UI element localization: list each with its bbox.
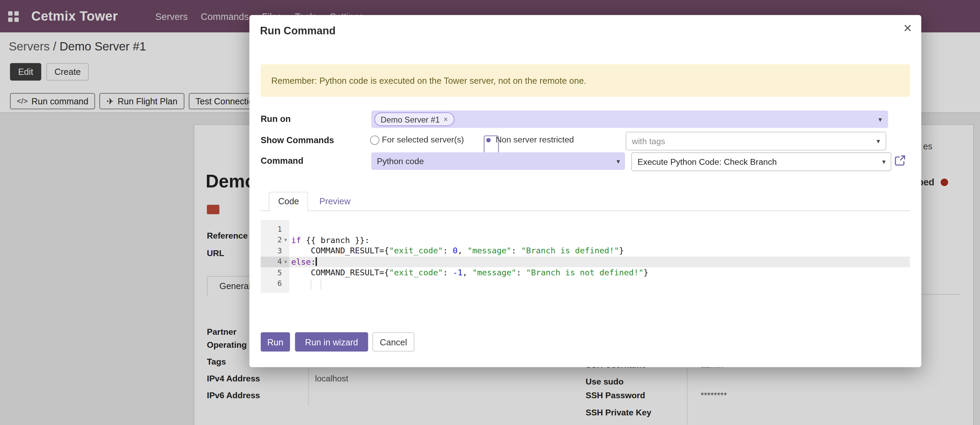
code-token: } (644, 268, 648, 277)
dropdown-caret-icon: ▾ (616, 157, 620, 165)
code-line-5[interactable]: COMMAND_RESULT={"exit_code": -1, "messag… (290, 267, 910, 278)
code-token: "exit_code" (389, 246, 443, 255)
cancel-button[interactable]: Cancel (372, 332, 414, 352)
code-token: "Branch is not defined!" (526, 268, 644, 277)
label-show-commands: Show Commands (261, 135, 334, 145)
indent-guide (311, 279, 311, 289)
command-type-value: Python code (377, 157, 424, 166)
code-token: } (619, 246, 624, 255)
dropdown-caret-icon: ▾ (877, 137, 880, 146)
code-token: : (511, 246, 521, 255)
fold-arrow-icon[interactable]: ▾ (282, 237, 290, 243)
radio-for-selected-servers[interactable] (370, 136, 379, 145)
code-token: , (458, 246, 467, 255)
tab-code[interactable]: Code (269, 192, 308, 211)
code-line-1[interactable] (290, 224, 910, 235)
label-command: Command (261, 155, 304, 165)
radio-non-server-restricted-label[interactable]: Non server restricted (495, 135, 574, 144)
command-value: Execute Python Code: Check Branch (637, 157, 776, 166)
code-token: {{ branch }}: (301, 235, 369, 244)
code-token: "message" (467, 246, 511, 255)
code-token: : (443, 246, 453, 255)
command-select[interactable]: Execute Python Code: Check Branch ▾ (631, 152, 891, 171)
external-link-icon[interactable] (894, 155, 906, 166)
with-tags-select[interactable]: with tags ▾ (626, 132, 886, 151)
fold-arrow-icon[interactable]: ▾ (282, 258, 290, 265)
run-button[interactable]: Run (261, 332, 290, 352)
text-cursor (316, 257, 317, 265)
editor-gutter: 12▾34▾56 (261, 220, 290, 293)
code-line-4[interactable]: else: (290, 257, 910, 267)
screen: Cetmix Tower ServersCommandsFilesToolsSe… (0, 0, 980, 425)
remove-tag-icon[interactable]: × (444, 115, 448, 124)
code-token: "exit_code" (389, 268, 443, 277)
gutter-line-2[interactable]: 2▾ (261, 235, 290, 246)
gutter-line-6[interactable]: 6 (261, 278, 290, 289)
dropdown-caret-icon: ▾ (878, 115, 882, 124)
code-token: "Branch is defined!" (521, 246, 619, 255)
tab-preview[interactable]: Preview (311, 192, 360, 211)
radio-for-selected-servers-label[interactable]: For selected server(s) (382, 135, 464, 144)
command-type-select[interactable]: Python code ▾ (371, 152, 625, 170)
run-on-field[interactable]: Demo Server #1 × ▾ (371, 111, 888, 128)
code-line-3[interactable]: COMMAND_RESULT={"exit_code": 0, "message… (290, 246, 910, 257)
label-run-on: Run on (261, 114, 291, 124)
code-line-2[interactable]: if {{ branch }}: (290, 235, 910, 246)
code-token: , (463, 268, 472, 277)
server-tag-pill: Demo Server #1 × (375, 112, 454, 126)
modal-tabbar: Code Preview (261, 192, 910, 211)
code-token: : (443, 268, 453, 277)
code-token: COMMAND_RESULT={ (291, 268, 389, 277)
indent-guide (321, 279, 321, 289)
code-token: -1 (453, 268, 462, 277)
code-token: COMMAND_RESULT={ (291, 246, 389, 255)
run-command-modal: Run Command × Remember: Python code is e… (250, 15, 921, 367)
editor-code[interactable]: if {{ branch }}: COMMAND_RESULT={"exit_c… (290, 220, 910, 293)
with-tags-placeholder: with tags (632, 136, 665, 146)
server-tag-label: Demo Server #1 (381, 115, 440, 124)
code-editor[interactable]: 12▾34▾56 if {{ branch }}: COMMAND_RESULT… (261, 220, 910, 293)
close-icon[interactable]: × (904, 21, 912, 36)
code-token: if (291, 235, 301, 244)
gutter-line-3[interactable]: 3 (261, 246, 290, 257)
python-warning-alert: Remember: Python code is executed on the… (261, 64, 910, 97)
code-token: else (291, 257, 311, 266)
modal-title: Run Command (260, 25, 336, 37)
code-token: "message" (472, 268, 516, 277)
run-in-wizard-button[interactable]: Run in wizard (295, 332, 368, 352)
gutter-line-4[interactable]: 4▾ (261, 257, 290, 267)
gutter-line-5[interactable]: 5 (261, 267, 290, 278)
dropdown-caret-icon: ▾ (882, 158, 886, 166)
code-token: : (517, 268, 526, 277)
code-token: : (311, 257, 316, 266)
gutter-line-1[interactable]: 1 (261, 224, 290, 235)
code-line-6[interactable] (290, 278, 910, 289)
code-token: 0 (453, 246, 457, 255)
